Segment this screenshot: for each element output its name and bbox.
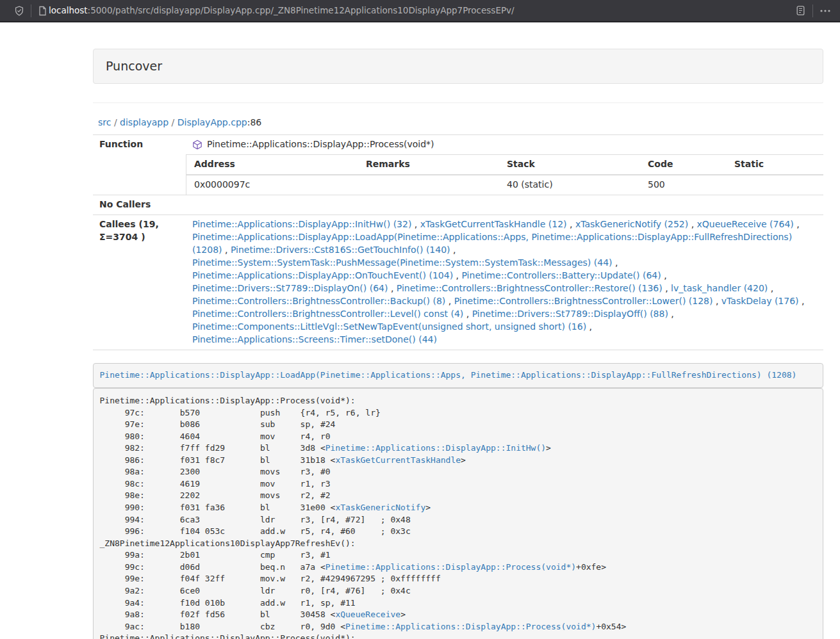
callee-link[interactable]: xTaskGetCurrentTaskHandle (12) xyxy=(420,219,567,229)
shield-icon[interactable] xyxy=(14,6,24,16)
function-row-label: Function xyxy=(93,135,186,154)
breadcrumb-separator: / xyxy=(111,117,120,127)
callee-link[interactable]: Pinetime::Applications::Screens::Timer::… xyxy=(192,334,437,344)
callee-link[interactable]: Pinetime::Applications::DisplayApp::OnTo… xyxy=(192,270,453,280)
highlighted-callee-box: Pinetime::Applications::DisplayApp::Load… xyxy=(93,363,823,389)
callee-link[interactable]: Pinetime::Controllers::BrightnessControl… xyxy=(192,309,463,319)
callees-list: Pinetime::Applications::DisplayApp::Init… xyxy=(186,215,823,350)
url-text[interactable]: localhost:5000/path/src/displayapp/Displ… xyxy=(49,4,515,17)
callee-link[interactable]: xQueueReceive (764) xyxy=(697,219,794,229)
assembly-symbol-link[interactable]: xTaskGetCurrentTaskHandle xyxy=(335,455,461,465)
callee-link[interactable]: Pinetime::Controllers::BrightnessControl… xyxy=(192,296,445,306)
stats-value-address: 0x0000097c xyxy=(186,175,358,195)
callees-label: Callees (19, Σ=3704 ) xyxy=(93,215,186,350)
package-icon xyxy=(192,140,202,150)
empty-cell xyxy=(93,154,186,195)
breadcrumb: src / displayapp / DisplayApp.cpp:86 xyxy=(93,117,823,129)
callee-link[interactable]: Pinetime::Controllers::BrightnessControl… xyxy=(454,296,713,306)
assembly-symbol-link[interactable]: xQueueReceive xyxy=(335,610,400,619)
function-table: Function Pinetime::Applications::Display… xyxy=(93,134,823,350)
function-stats-row: AddressRemarksStackCodeStatic 0x0000097c… xyxy=(93,154,823,195)
url-path: :5000/path/src/displayapp/DisplayApp.cpp… xyxy=(88,5,515,15)
breadcrumb-line-number: :86 xyxy=(247,117,262,127)
callee-link[interactable]: Pinetime::System::SystemTask::PushMessag… xyxy=(192,257,613,268)
page-container: Puncover src / displayapp / DisplayApp.c… xyxy=(93,22,823,639)
reader-view-icon[interactable] xyxy=(795,5,806,16)
callee-link[interactable]: lv_task_handler (420) xyxy=(671,283,768,293)
chrome-separator xyxy=(812,4,813,17)
callee-link[interactable]: Pinetime::Controllers::Battery::Update()… xyxy=(461,270,661,280)
stats-column-header: Code xyxy=(640,155,727,175)
callee-link[interactable]: Pinetime::Components::LittleVgl::SetNewT… xyxy=(192,321,586,332)
callee-link[interactable]: Pinetime::Controllers::BrightnessControl… xyxy=(397,283,663,293)
callee-link[interactable]: Pinetime::Drivers::St7789::DisplayOff() … xyxy=(472,309,668,319)
assembly-symbol-link[interactable]: xTaskGenericNotify xyxy=(335,503,425,512)
highlighted-callee-link[interactable]: Pinetime::Applications::DisplayApp::Load… xyxy=(100,370,797,380)
no-callers-label: No Callers xyxy=(93,195,186,214)
stats-column-header: Address xyxy=(186,155,358,175)
browser-url-bar[interactable]: localhost:5000/path/src/displayapp/Displ… xyxy=(0,0,840,22)
assembly-symbol-link[interactable]: Pinetime::Applications::DisplayApp::Proc… xyxy=(325,562,576,572)
breadcrumb-separator: / xyxy=(169,117,177,127)
function-name: Pinetime::Applications::DisplayApp::Proc… xyxy=(207,138,434,151)
breadcrumb-link[interactable]: src xyxy=(98,117,111,127)
callee-link[interactable]: xTaskGenericNotify (252) xyxy=(575,219,688,229)
assembly-symbol-link[interactable]: Pinetime::Applications::DisplayApp::Proc… xyxy=(345,622,596,631)
assembly-code: Pinetime::Applications::DisplayApp::Proc… xyxy=(93,388,823,639)
assembly-symbol-link[interactable]: Pinetime::Applications::DisplayApp::Init… xyxy=(325,443,546,453)
breadcrumb-link[interactable]: DisplayApp.cpp xyxy=(177,117,247,127)
brand-link[interactable]: Puncover xyxy=(106,59,162,73)
stats-column-header: Static xyxy=(727,155,823,175)
url-host: localhost xyxy=(49,5,88,15)
stats-header-row: AddressRemarksStackCodeStatic xyxy=(186,155,823,175)
no-callers-row: No Callers xyxy=(93,195,823,214)
chrome-separator xyxy=(31,4,31,17)
app-header-panel: Puncover xyxy=(93,49,823,84)
page-icon[interactable] xyxy=(38,6,47,16)
callee-link[interactable]: vTaskDelay (176) xyxy=(721,296,799,306)
callee-link[interactable]: Pinetime::Applications::DisplayApp::Init… xyxy=(192,219,411,229)
callees-row: Callees (19, Σ=3704 ) Pinetime::Applicat… xyxy=(93,214,823,350)
stats-value-static xyxy=(727,175,823,195)
stats-column-header: Stack xyxy=(499,155,640,175)
stats-table: AddressRemarksStackCodeStatic 0x0000097c… xyxy=(186,155,823,195)
function-row: Function Pinetime::Applications::Display… xyxy=(93,135,823,154)
stats-value-stack: 40 (static) xyxy=(499,175,640,195)
stats-value-remarks xyxy=(358,175,499,195)
page-actions-menu-icon[interactable] xyxy=(819,6,831,16)
callee-link[interactable]: Pinetime::Drivers::Cst816S::GetTouchInfo… xyxy=(231,245,450,255)
stats-column-header: Remarks xyxy=(358,155,499,175)
divider xyxy=(93,102,823,103)
callee-link[interactable]: Pinetime::Drivers::St7789::DisplayOn() (… xyxy=(192,283,388,293)
no-callers-value xyxy=(186,195,823,214)
breadcrumb-link[interactable]: displayapp xyxy=(120,117,169,127)
stats-value-row: 0x0000097c40 (static)500 xyxy=(186,175,823,195)
stats-value-code: 500 xyxy=(640,175,727,195)
